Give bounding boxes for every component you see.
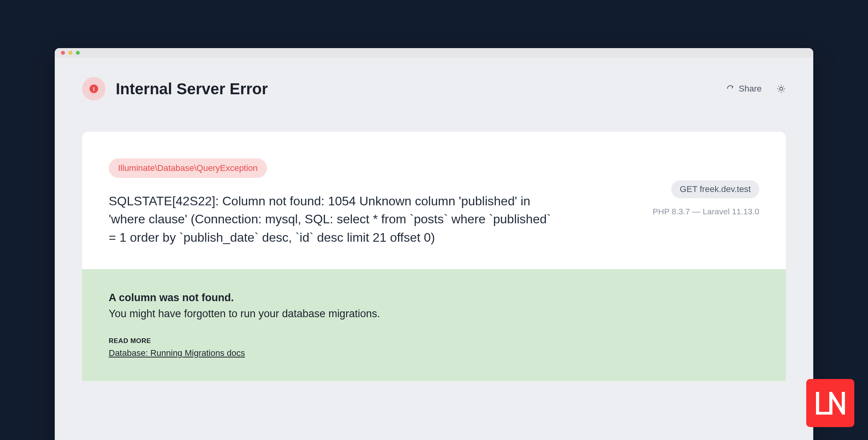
ln-logo-icon <box>815 392 846 415</box>
request-badge: GET freek.dev.test <box>671 180 759 198</box>
error-meta: GET freek.dev.test PHP 8.3.7 — Laravel 1… <box>653 158 759 246</box>
alert-icon: ! <box>90 84 98 93</box>
error-main: Illuminate\Database\QueryException SQLST… <box>109 158 558 246</box>
share-button[interactable]: Share <box>726 84 762 94</box>
error-message: SQLSTATE[42S22]: Column not found: 1054 … <box>109 192 558 246</box>
hint-title: A column was not found. <box>109 292 759 304</box>
request-host: freek.dev.test <box>700 184 751 194</box>
page-title: Internal Server Error <box>116 80 268 98</box>
window-titlebar <box>55 48 813 57</box>
hint-section: A column was not found. You might have f… <box>82 269 786 381</box>
window-close-button[interactable] <box>61 51 65 55</box>
svg-line-8 <box>784 86 784 86</box>
docs-link[interactable]: Database: Running Migrations docs <box>109 348 245 358</box>
laravel-version: Laravel 11.13.0 <box>703 207 759 216</box>
svg-line-7 <box>778 91 779 92</box>
exception-class-badge: Illuminate\Database\QueryException <box>109 158 267 178</box>
php-version: PHP 8.3.7 <box>653 207 690 216</box>
error-details-section: Illuminate\Database\QueryException SQLST… <box>82 132 786 269</box>
window-maximize-button[interactable] <box>76 51 80 55</box>
error-card: Illuminate\Database\QueryException SQLST… <box>82 132 786 381</box>
hint-text: You might have forgotten to run your dat… <box>109 308 759 320</box>
sun-icon[interactable] <box>777 84 786 93</box>
window-minimize-button[interactable] <box>68 51 72 55</box>
header-left: ! Internal Server Error <box>82 77 268 101</box>
page-header: ! Internal Server Error Share <box>55 57 813 101</box>
logo-badge <box>806 379 854 427</box>
svg-line-4 <box>784 91 784 92</box>
share-arrow-icon <box>726 84 735 93</box>
read-more-label: READ MORE <box>109 337 759 345</box>
app-window: ! Internal Server Error Share <box>55 48 813 440</box>
svg-line-3 <box>778 86 779 86</box>
version-info: PHP 8.3.7 — Laravel 11.13.0 <box>653 207 759 216</box>
error-icon-container: ! <box>82 77 106 101</box>
svg-point-0 <box>780 87 783 90</box>
share-label: Share <box>739 84 762 94</box>
header-right: Share <box>726 84 786 94</box>
request-method: GET <box>680 184 698 194</box>
